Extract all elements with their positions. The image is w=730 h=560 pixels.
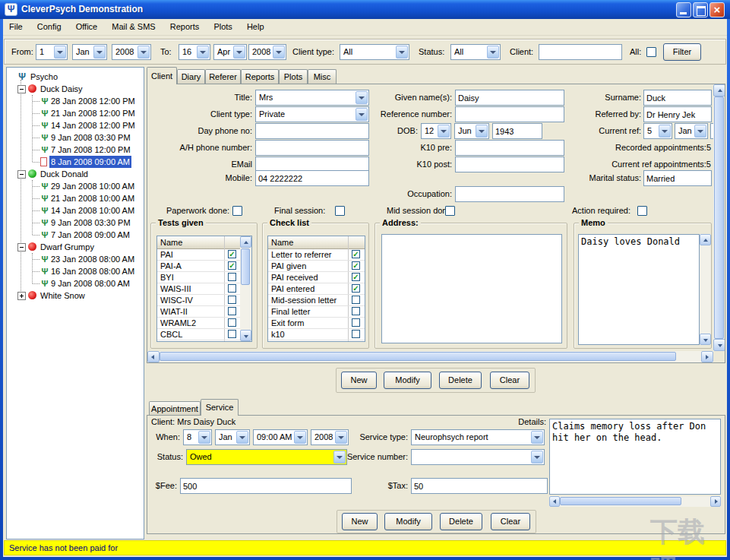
row-checkbox[interactable]	[228, 330, 236, 338]
tree-appointment[interactable]: Ψ 29 Jan 2008 10:00 AM	[7, 180, 144, 192]
tab-service[interactable]: Service	[201, 399, 239, 416]
menu-help[interactable]: Help	[241, 19, 270, 36]
tree-client-duck-daisy[interactable]: Duck Daisy	[7, 83, 144, 95]
dropdown-arrow-icon[interactable]	[93, 46, 106, 59]
row-checkbox[interactable]	[228, 318, 236, 327]
dropdown-arrow-icon[interactable]	[531, 431, 543, 444]
from-day-select[interactable]: 1	[36, 44, 68, 60]
minimize-button[interactable]	[676, 2, 691, 17]
scroll-down-icon[interactable]	[713, 339, 725, 351]
status-filter-select[interactable]: All	[450, 44, 501, 60]
dropdown-arrow-icon[interactable]	[294, 431, 306, 444]
table-row[interactable]: PAI given✓	[268, 261, 365, 272]
row-checkbox[interactable]: ✓	[352, 261, 360, 270]
client-filter-input[interactable]	[539, 44, 622, 60]
current-ref-month-select[interactable]: Jan	[675, 123, 708, 139]
given-names-field[interactable]	[455, 90, 564, 106]
tree-appointment[interactable]: Ψ 9 Jan 2008 03:30 PM	[7, 131, 144, 144]
row-checkbox[interactable]: ✓	[228, 261, 236, 270]
to-year-select[interactable]: 2008	[248, 44, 286, 60]
tree-appointment[interactable]: Ψ 7 Jan 2008 12:00 PM	[7, 144, 144, 156]
service-delete-button[interactable]: Delete	[440, 513, 482, 530]
row-checkbox[interactable]	[228, 307, 236, 315]
service-number-select[interactable]	[411, 449, 545, 465]
dropdown-arrow-icon[interactable]	[487, 46, 499, 59]
table-row[interactable]: WIAT-II	[157, 306, 240, 318]
surname-field[interactable]	[643, 90, 712, 106]
client-clear-button[interactable]: Clear	[490, 372, 529, 389]
row-checkbox[interactable]: ✓	[352, 250, 360, 258]
from-year-select[interactable]: 2008	[112, 44, 151, 60]
table-row[interactable]: WAIS-III	[157, 283, 240, 295]
tab-misc[interactable]: Misc	[308, 69, 337, 84]
dropdown-arrow-icon[interactable]	[198, 431, 210, 444]
day-phone-field[interactable]	[255, 123, 369, 139]
dropdown-arrow-icon[interactable]	[273, 46, 285, 59]
tree-root[interactable]: Ψ Psycho	[7, 71, 144, 83]
scroll-left-icon[interactable]	[147, 351, 160, 362]
tree-appointment[interactable]: Ψ 21 Jan 2008 10:00 AM	[7, 192, 144, 204]
tree-appointment[interactable]: Ψ 16 Jan 2008 08:00 AM	[7, 265, 144, 277]
address-textarea[interactable]	[381, 234, 562, 343]
tree-client-dwarf-grumpy[interactable]: Dwarf Grumpy	[7, 241, 144, 253]
dropdown-arrow-icon[interactable]	[233, 46, 245, 59]
maximize-button[interactable]	[693, 2, 708, 17]
row-checkbox[interactable]	[352, 318, 360, 327]
table-row[interactable]: CBCL	[157, 329, 240, 340]
client-new-button[interactable]: New	[341, 372, 377, 389]
when-time-select[interactable]: 09:00 AM	[253, 429, 308, 445]
client-delete-button[interactable]: Delete	[439, 372, 482, 389]
row-checkbox[interactable]	[228, 296, 236, 304]
tree-appointment[interactable]: Ψ 9 Jan 2008 03:30 PM	[7, 217, 144, 229]
row-checkbox[interactable]	[352, 307, 360, 315]
service-new-button[interactable]: New	[342, 513, 378, 530]
tab-reports[interactable]: Reports	[241, 69, 279, 84]
dropdown-arrow-icon[interactable]	[54, 46, 66, 59]
tax-field[interactable]	[411, 478, 548, 494]
expand-icon[interactable]	[17, 292, 26, 300]
tree-appointment[interactable]: Ψ 7 Jan 2008 09:00 AM	[7, 229, 144, 241]
row-checkbox[interactable]	[228, 284, 236, 293]
table-row[interactable]: Final letter	[268, 306, 365, 318]
marital-status-field[interactable]	[643, 170, 712, 186]
tree-appointment[interactable]: Ψ 14 Jan 2008 12:00 PM	[7, 119, 144, 131]
table-row[interactable]: k10	[268, 329, 365, 340]
collapse-icon[interactable]	[17, 85, 26, 93]
service-clear-button[interactable]: Clear	[491, 513, 530, 530]
dob-month-select[interactable]: Jun	[454, 123, 489, 139]
scrollbar-thumb[interactable]	[160, 352, 676, 361]
scroll-right-icon[interactable]	[701, 351, 713, 362]
title-select[interactable]: Mrs	[255, 90, 369, 106]
tree-client-white-snow[interactable]: White Snow	[7, 289, 144, 302]
dropdown-arrow-icon[interactable]	[659, 125, 671, 138]
table-row[interactable]: Mid-session letter	[268, 295, 365, 306]
reference-number-field[interactable]	[455, 106, 564, 122]
tree-appointment[interactable]: Ψ 21 Jan 2008 12:00 PM	[7, 107, 144, 119]
client-type-filter-select[interactable]: All	[340, 44, 409, 60]
row-checkbox[interactable]: ✓	[228, 250, 236, 258]
to-day-select[interactable]: 16	[179, 44, 210, 60]
dob-year-field[interactable]	[492, 123, 542, 139]
row-checkbox[interactable]: ✓	[352, 273, 360, 281]
dropdown-arrow-icon[interactable]	[438, 125, 450, 138]
when-day-select[interactable]: 8	[183, 429, 212, 445]
table-row[interactable]: BYI	[157, 272, 240, 283]
ah-phone-field[interactable]	[255, 140, 369, 156]
tab-client[interactable]: Client	[147, 67, 177, 84]
dropdown-arrow-icon[interactable]	[694, 125, 706, 138]
row-checkbox[interactable]	[228, 273, 236, 281]
tab-diary[interactable]: Diary	[177, 69, 205, 84]
row-checkbox[interactable]: ✓	[352, 284, 360, 293]
collapse-icon[interactable]	[17, 170, 26, 179]
tree-appointment[interactable]: Ψ 9 Jan 2008 08:00 AM	[7, 277, 144, 289]
dropdown-arrow-icon[interactable]	[476, 125, 488, 138]
final-session-checkbox[interactable]	[335, 206, 345, 216]
current-ref-day-select[interactable]: 5	[643, 123, 672, 139]
occupation-field[interactable]	[455, 186, 564, 202]
client-type-select[interactable]: Private	[255, 106, 369, 122]
tab-appointment[interactable]: Appointment	[149, 401, 201, 416]
k10-pre-field[interactable]	[455, 140, 564, 156]
table-row[interactable]: PAI entered✓	[268, 283, 365, 295]
action-required-checkbox[interactable]	[637, 206, 647, 216]
service-status-select[interactable]: Owed	[186, 449, 347, 465]
